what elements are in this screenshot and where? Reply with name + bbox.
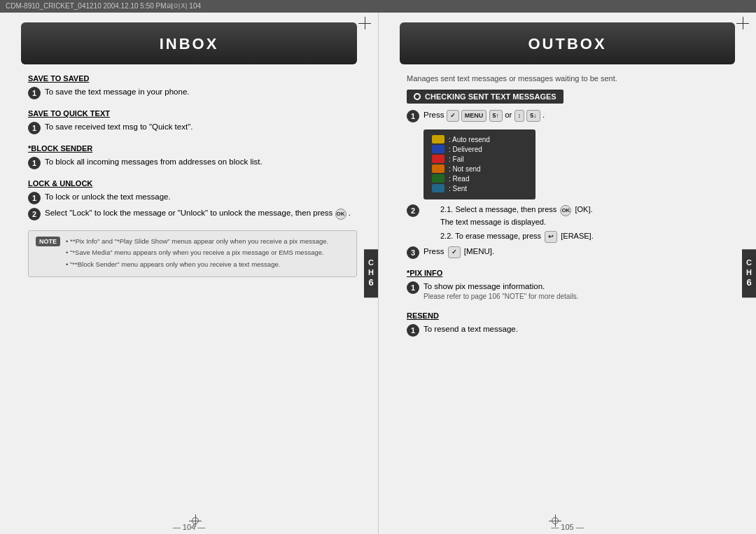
label-auto-resend: : Auto resend (449, 136, 490, 143)
erase-key: ↩ (545, 231, 557, 244)
section-title-save-to-quick: SAVE TO QUICK TEXT (28, 109, 357, 118)
nav-icon: ↕ (514, 110, 525, 122)
section-save-to-saved: SAVE TO SAVED 1 To save the text message… (28, 74, 357, 99)
menu-key-left: ✓ (447, 110, 459, 122)
key-5down: 5↓ (526, 110, 540, 122)
menu-box: : Auto resend : Delivered : Fail : Not s… (424, 129, 536, 199)
label-sent: : Sent (449, 185, 467, 192)
step-block-1: 1 To block all incoming messages from ad… (28, 156, 357, 169)
step-num-pix-1: 1 (407, 281, 419, 294)
note-box: NOTE **Pix Info" and "*Play Slide Show" … (28, 230, 357, 277)
right-page: OUTBOX Manages sent text messages or mes… (378, 13, 756, 534)
menu-key-step3: ✓ (448, 246, 461, 258)
step-num-resend-1: 1 (407, 324, 419, 337)
note-item-2: "*Save Media" menu appears only when you… (66, 248, 328, 257)
section-save-to-quick: SAVE TO QUICK TEXT 1 To save received te… (28, 109, 357, 134)
key-5up: 5↑ (489, 110, 503, 122)
menu-item-fail: : Fail (432, 155, 527, 163)
ch-badge-left: CH6 (364, 249, 378, 297)
step-save-saved-1: 1 To save the text message in your phone… (28, 86, 357, 99)
step-quick-1: 1 To save received text msg to "Quick te… (28, 121, 357, 134)
step-text-checking-2: 2.1. Select a message, then press OK [OK… (424, 204, 594, 243)
step-text-save-saved-1: To save the text message in your phone. (45, 86, 189, 97)
label-read: : Read (449, 175, 469, 183)
section-lock-unlock: LOCK & UNLOCK 1 To lock or unlock the te… (28, 179, 357, 220)
icon-sent (432, 184, 444, 192)
step-num-quick-1: 1 (28, 122, 41, 134)
ok-key-checking: OK (560, 205, 571, 216)
step-text-block-1: To block all incoming messages from addr… (45, 156, 262, 167)
step-num-checking-2: 2 (407, 204, 419, 217)
menu-item-delivered: : Delivered (432, 145, 527, 153)
checking-header: CHECKING SENT TEXT MESSAGES (407, 90, 564, 104)
step-resend-1: 1 To resend a text message. (407, 323, 721, 337)
section-resend: RESEND 1 To resend a text message. (407, 311, 721, 337)
step-pix-1: 1 To show pix message information. Pleas… (407, 281, 721, 302)
ok-key-icon: OK (335, 209, 346, 220)
top-bar: CDM-8910_CRICKET_041210 2004.12.10 5:50 … (0, 0, 756, 13)
menu-item-not-send: : Not send (432, 164, 527, 173)
outbox-subtitle: Manages sent text messages or messages w… (407, 74, 721, 83)
left-page-body: SAVE TO SAVED 1 To save the text message… (0, 64, 378, 517)
step-checking-1: 1 Press ✓ MENU 5↑ or ↕ 5↓ . (407, 109, 721, 122)
outbox-header: OUTBOX (400, 22, 735, 64)
step-lock-1: 1 To lock or unlock the text message. (28, 191, 357, 204)
icon-read (432, 174, 444, 183)
step-text-resend-1: To resend a text message. (424, 323, 518, 335)
icon-not-send (432, 164, 444, 173)
step-text-quick-1: To save received text msg to "Quick text… (45, 121, 192, 132)
ch-badge-right: CH6 (742, 249, 756, 297)
left-page: INBOX SAVE TO SAVED 1 To save the text m… (0, 13, 378, 534)
label-delivered: : Delivered (449, 146, 482, 153)
step-num-checking-1: 1 (407, 110, 419, 122)
menu-item-read: : Read (432, 174, 527, 183)
section-title-save-to-saved: SAVE TO SAVED (28, 74, 357, 83)
step-num-block-1: 1 (28, 157, 41, 169)
section-title-resend: RESEND (407, 311, 721, 320)
section-checking: CHECKING SENT TEXT MESSAGES 1 Press ✓ ME… (407, 90, 721, 259)
menu-item-auto-resend: : Auto resend (432, 135, 527, 143)
section-title-lock-unlock: LOCK & UNLOCK (28, 179, 357, 188)
step-text-checking-1: Press ✓ MENU 5↑ or ↕ 5↓ . (424, 109, 545, 122)
step-lock-2: 2 Select "Lock" to lock the message or "… (28, 207, 357, 220)
section-title-pix-info: *PIX INFO (407, 269, 721, 277)
step-text-lock-2: Select "Lock" to lock the message or "Un… (45, 207, 351, 220)
section-pix-info: *PIX INFO 1 To show pix message informat… (407, 269, 721, 302)
right-page-body: Manages sent text messages or messages w… (379, 64, 756, 517)
checking-title: CHECKING SENT TEXT MESSAGES (425, 92, 556, 101)
icon-fail (432, 155, 444, 163)
section-block-sender: *BLOCK SENDER 1 To block all incoming me… (28, 144, 357, 169)
step-num-1: 1 (28, 87, 41, 99)
step-num-lock-1: 1 (28, 192, 41, 204)
section-title-block-sender: *BLOCK SENDER (28, 144, 357, 153)
inbox-header: INBOX (21, 22, 357, 64)
checking-dot (414, 93, 421, 100)
note-label: NOTE (36, 237, 60, 246)
step-2-2: 2.2. To erase message, press ↩ [ERASE]. (440, 230, 594, 244)
step-checking-2: 2 2.1. Select a message, then press OK [… (407, 204, 721, 243)
note-list: **Pix Info" and "*Play Slide Show" menus… (66, 237, 328, 271)
label-not-send: : Not send (449, 165, 481, 173)
menu-item-sent: : Sent (432, 184, 527, 192)
pix-note: Please refer to page 106 "NOTE" for more… (424, 292, 579, 302)
label-fail: : Fail (449, 155, 464, 163)
step-num-lock-2: 2 (28, 208, 41, 220)
step-checking-3: 3 Press ✓ [MENU]. (407, 246, 721, 259)
step-text-lock-1: To lock or unlock the text message. (45, 191, 171, 202)
step-num-checking-3: 3 (407, 246, 419, 259)
icon-auto-resend (432, 135, 444, 143)
icon-delivered (432, 145, 444, 153)
step-2-1: 2.1. Select a message, then press OK [OK… (440, 204, 594, 228)
note-item-3: "**Block Sender" menu appears only when … (66, 260, 328, 269)
page-number-right: — 105 — (379, 517, 756, 534)
note-item-1: **Pix Info" and "*Play Slide Show" menus… (66, 237, 328, 246)
step-text-checking-3: Press ✓ [MENU]. (424, 246, 494, 258)
step-text-pix-1: To show pix message information. Please … (424, 281, 579, 302)
menu-key-label: MENU (461, 110, 487, 122)
